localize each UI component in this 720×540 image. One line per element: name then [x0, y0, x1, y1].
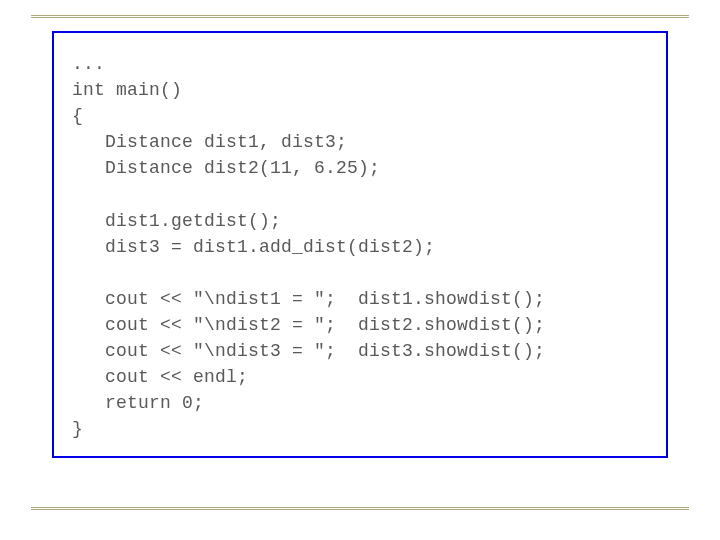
code-block: ... int main() { Distance dist1, dist3; …: [72, 51, 656, 442]
code-box: ... int main() { Distance dist1, dist3; …: [52, 31, 668, 458]
top-rule: [31, 15, 689, 18]
bottom-rule: [31, 507, 689, 510]
slide: ... int main() { Distance dist1, dist3; …: [0, 0, 720, 540]
